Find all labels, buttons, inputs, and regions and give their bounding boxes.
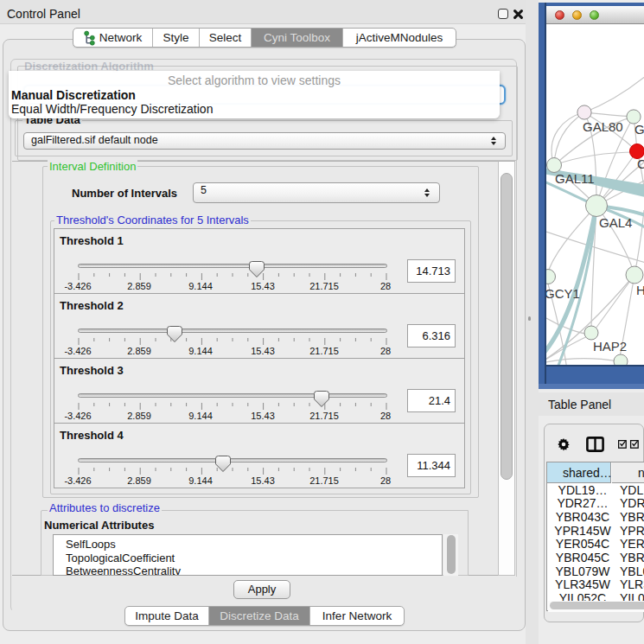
svg-text:GAL11: GAL11 (555, 171, 595, 186)
svg-text:GAL80: GAL80 (583, 119, 623, 134)
svg-text:GAL4: GAL4 (599, 215, 632, 230)
svg-text:GCY1: GCY1 (546, 286, 580, 301)
svg-text:HAP2: HAP2 (593, 339, 627, 354)
svg-text:H: H (636, 283, 644, 297)
svg-text:GAL: GAL (634, 122, 644, 137)
svg-text:CR: CR (637, 156, 644, 171)
